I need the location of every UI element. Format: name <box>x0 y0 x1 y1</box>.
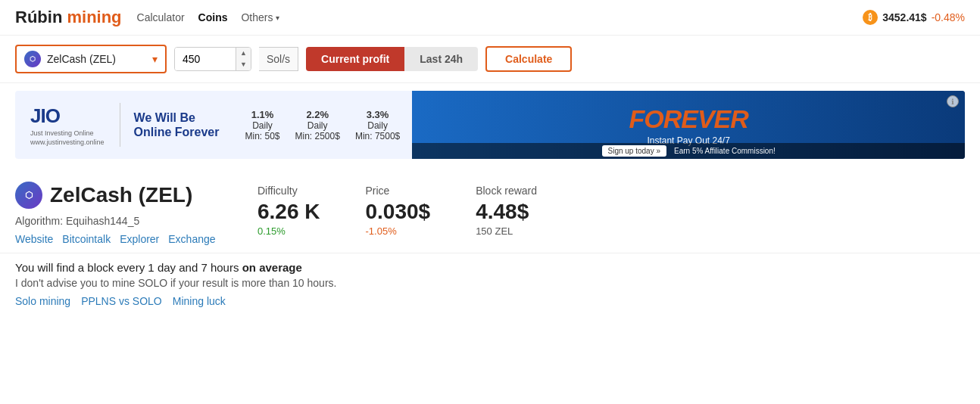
coin-links: Website Bitcointalk Explorer Exchange <box>15 233 227 245</box>
hashrate-spinners: ▲ ▼ <box>236 48 251 70</box>
ad-right: FOREVER Instant Pay Out 24/7 Sign up tod… <box>412 91 965 159</box>
tab-current-profit[interactable]: Current profit <box>306 47 404 71</box>
ad-title-line2: Online Forever <box>134 125 220 139</box>
ad-banner: JIO Just Investing Online www.justinvest… <box>15 91 965 159</box>
mining-link-solo[interactable]: Solo mining <box>15 295 70 307</box>
hashrate-up-button[interactable]: ▲ <box>236 48 251 59</box>
coin-algorithm: Algorithm: Equihash144_5 <box>15 215 227 227</box>
block-reward-sub: 150 ZEL <box>476 225 537 237</box>
mining-link-luck[interactable]: Mining luck <box>173 295 226 307</box>
hashrate-input[interactable] <box>175 48 236 70</box>
ad-rate1-period: Daily <box>245 120 279 131</box>
coin-title: ⬡ ZelCash (ZEL) <box>15 182 227 209</box>
difficulty-change: 0.15% <box>257 225 320 237</box>
profit-tab-group: Current profit Last 24h <box>306 47 478 71</box>
header: Rúbin mining Calculator Coins Others ▾ ₿… <box>0 0 980 36</box>
ad-rate2-period: Daily <box>295 120 340 131</box>
coin-link-explorer[interactable]: Explorer <box>120 233 159 245</box>
calculate-button[interactable]: Calculate <box>485 46 572 72</box>
ad-affiliate-text: Earn 5% Affiliate Commission! <box>674 147 776 155</box>
price-label: Price <box>366 185 431 197</box>
hashrate-input-wrap: ▲ ▼ <box>174 47 251 71</box>
unit-label: Sol/s <box>259 47 298 71</box>
coin-link-exchange[interactable]: Exchange <box>168 233 215 245</box>
controls-bar: ⬡ ZelCash (ZEL) ▾ ▲ ▼ Sol/s Current prof… <box>0 36 980 83</box>
ad-rate-1: 1.1% Daily Min: 50$ <box>245 109 279 141</box>
coin-selector-icon: ⬡ <box>24 51 41 67</box>
ad-logo-url: www.justinvesting.online <box>30 138 105 146</box>
btc-price-section: ₿ 3452.41$ -0.48% <box>863 10 965 25</box>
btc-price-value: 3452.41$ <box>882 11 926 23</box>
mining-link-pplns[interactable]: PPLNS vs SOLO <box>81 295 162 307</box>
stat-price: Price 0.030$ -1.05% <box>366 185 431 237</box>
main-nav: Calculator Coins Others ▾ <box>137 11 848 23</box>
ad-rate-2: 2.2% Daily Min: 2500$ <box>295 109 340 141</box>
block-reward-label: Block reward <box>476 185 537 197</box>
ad-footer-bar: Sign up today » Earn 5% Affiliate Commis… <box>412 143 965 159</box>
ad-info-icon[interactable]: ℹ <box>947 95 959 107</box>
ad-forever-text: FOREVER <box>629 104 747 134</box>
ad-rate1-min: Min: 50$ <box>245 131 279 141</box>
ad-rate2-pct: 2.2% <box>295 109 340 120</box>
ad-right-inner: FOREVER Instant Pay Out 24/7 <box>629 104 747 146</box>
coin-link-website[interactable]: Website <box>15 233 53 245</box>
stat-block-reward: Block reward 4.48$ 150 ZEL <box>476 185 537 237</box>
ad-rate3-pct: 3.3% <box>355 109 400 120</box>
coin-title-icon: ⬡ <box>15 182 42 209</box>
nav-coins[interactable]: Coins <box>198 11 228 23</box>
block-section: You will find a block every 1 day and 7 … <box>0 253 980 313</box>
block-reward-value: 4.48$ <box>476 200 537 224</box>
nav-others[interactable]: Others ▾ <box>241 11 279 23</box>
coin-selector-label: ZelCash (ZEL) <box>47 53 146 65</box>
ad-middle: We Will Be Online Forever <box>120 103 233 147</box>
coin-selector-arrow: ▾ <box>152 53 158 65</box>
price-value: 0.030$ <box>366 200 431 224</box>
logo: Rúbin mining <box>15 8 122 27</box>
nav-calculator[interactable]: Calculator <box>137 11 185 23</box>
tab-last-24h[interactable]: Last 24h <box>404 47 478 71</box>
coin-selector[interactable]: ⬡ ZelCash (ZEL) ▾ <box>15 45 167 73</box>
ad-rate3-min: Min: 7500$ <box>355 131 400 141</box>
price-change: -1.05% <box>366 225 431 237</box>
ad-rates: 1.1% Daily Min: 50$ 2.2% Daily Min: 2500… <box>233 109 412 141</box>
ad-logo-sub: Just Investing Online <box>30 129 105 137</box>
block-find-bold: on average <box>242 261 302 274</box>
hashrate-down-button[interactable]: ▼ <box>236 59 251 70</box>
block-find-prefix: You will find a block every 1 day and 7 … <box>15 261 242 274</box>
difficulty-label: Difficulty <box>257 185 320 197</box>
stat-difficulty: Difficulty 6.26 K 0.15% <box>257 185 320 237</box>
block-advice: I don't advise you to mine SOLO if your … <box>15 277 965 289</box>
ad-rate2-min: Min: 2500$ <box>295 131 340 141</box>
btc-price-change: -0.48% <box>932 11 965 23</box>
ad-rate1-pct: 1.1% <box>245 109 279 120</box>
ad-rate3-period: Daily <box>355 120 400 131</box>
mining-links: Solo mining PPLNS vs SOLO Mining luck <box>15 295 965 307</box>
logo-rubin: Rúbin <box>15 8 62 26</box>
block-find-text: You will find a block every 1 day and 7 … <box>15 261 965 274</box>
ad-title-line1: We Will Be <box>134 110 220 125</box>
btc-icon: ₿ <box>863 10 878 25</box>
logo-mining: mining <box>67 8 121 26</box>
coin-info-section: ⬡ ZelCash (ZEL) Algorithm: Equihash144_5… <box>0 166 980 253</box>
difficulty-value: 6.26 K <box>257 200 320 224</box>
coin-main-info: ⬡ ZelCash (ZEL) Algorithm: Equihash144_5… <box>15 182 227 245</box>
ad-signup-button[interactable]: Sign up today » <box>602 145 667 157</box>
coin-link-bitcointalk[interactable]: Bitcointalk <box>62 233 111 245</box>
nav-others-arrow: ▾ <box>276 14 279 22</box>
stats-section: Difficulty 6.26 K 0.15% Price 0.030$ -1.… <box>257 185 537 237</box>
ad-rate-3: 3.3% Daily Min: 7500$ <box>355 109 400 141</box>
ad-logo: JIO <box>30 104 105 128</box>
ad-left: JIO Just Investing Online www.justinvest… <box>15 95 120 155</box>
coin-title-text: ZelCash (ZEL) <box>50 183 192 207</box>
nav-others-label: Others <box>241 11 273 23</box>
